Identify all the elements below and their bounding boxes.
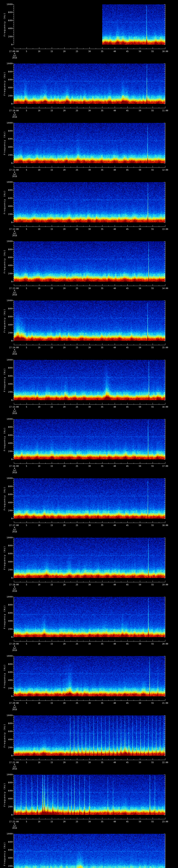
frequency-tick-label: 400 <box>0 561 13 563</box>
frequency-tick-label: 200 <box>0 95 13 97</box>
frequency-tick-label: 0 <box>0 754 13 757</box>
x-axis-minute-label: 25 <box>76 169 78 171</box>
x-axis-minute-label: 40 <box>114 169 116 171</box>
frequency-tick-label: 0 <box>0 340 13 342</box>
x-axis-minute-label: 40 <box>114 820 116 823</box>
x-axis-minute-label: 45 <box>126 702 129 704</box>
x-axis-minute-label: 25 <box>76 465 78 467</box>
spectrogram-stack: Frequency (Hz) 10008006004002000 17:09:0… <box>0 0 178 868</box>
frequency-axis-title: Frequency (Hz) <box>3 783 6 807</box>
x-axis-start-time-label: 17:11:00 <box>9 169 19 171</box>
x-axis-minute-label: 25 <box>76 761 78 764</box>
frequency-tick-label: 400 <box>0 620 13 622</box>
x-axis-minute-label: 10 <box>38 820 40 823</box>
frequency-axis-title: Frequency (Hz) <box>3 72 6 96</box>
frequency-tick-label: 800 <box>0 426 13 428</box>
x-axis-minute-label: 55 <box>151 643 154 645</box>
frequency-tick-label: 800 <box>0 70 13 73</box>
frequency-tick-label: 600 <box>0 197 13 199</box>
x-axis-minute-label: 45 <box>126 465 129 467</box>
x-axis-end-time-label: 17:00 <box>162 465 168 467</box>
x-axis-minute-label: 35 <box>101 524 103 527</box>
frequency-tick-label: 200 <box>0 35 13 38</box>
date-year-label: 2016 <box>12 530 17 533</box>
x-axis-minute-label: 40 <box>114 524 116 527</box>
x-axis-minute-label: 20 <box>63 287 65 289</box>
frequency-tick-label: 800 <box>0 722 13 724</box>
x-axis-minute-label: 20 <box>63 761 65 764</box>
spectrogram-panel-8: Frequency (Hz) 10008006004002000 17:16:0… <box>0 415 178 474</box>
x-axis-minute-label: 10 <box>38 169 40 171</box>
date-year-label: 2016 <box>12 708 17 711</box>
x-axis-minute-label: 5 <box>26 702 27 704</box>
x-axis-minute-label: 35 <box>101 702 103 704</box>
x-axis-start-time-label: 17:18:00 <box>9 584 19 586</box>
x-axis-minute-label: 5 <box>26 228 27 230</box>
frequency-tick-label: 800 <box>0 841 13 843</box>
frequency-tick-label: 0 <box>0 458 13 461</box>
x-axis-end-time-label: 15:00 <box>162 346 168 349</box>
x-axis-minute-label: 15 <box>51 346 53 349</box>
x-axis-minute-label: 30 <box>88 524 91 527</box>
x-axis-minute-label: 40 <box>114 761 116 764</box>
x-axis-minute-label: 20 <box>63 346 65 349</box>
x-axis-minute-label: 20 <box>63 524 65 527</box>
x-axis-minute-label: 55 <box>151 761 154 764</box>
x-axis-minute-label: 5 <box>26 169 27 171</box>
frequency-tick-label: 400 <box>0 501 13 504</box>
x-axis-minute-label: 25 <box>76 287 78 289</box>
x-axis-minute-label: 50 <box>139 228 141 230</box>
frequency-axis-title: Frequency (Hz) <box>3 249 6 273</box>
x-axis-minute-label: 5 <box>26 643 27 645</box>
x-axis-minute-label: 15 <box>51 820 53 823</box>
frequency-tick-label: 200 <box>0 687 13 689</box>
x-axis-minute-label: 25 <box>76 346 78 349</box>
date-year-label: 2016 <box>12 353 17 355</box>
x-axis-minute-label: 50 <box>139 346 141 349</box>
x-axis-start-time-label: 17:20:00 <box>9 702 19 704</box>
spectrogram-panel-3: Frequency (Hz) 10008006004002000 17:11:0… <box>0 119 178 178</box>
x-axis-end-time-label: 20:00 <box>162 643 168 645</box>
x-axis-minute-label: 45 <box>126 169 129 171</box>
x-axis-minute-label: 15 <box>51 761 53 764</box>
x-axis-end-time-label: 16:00 <box>162 406 168 408</box>
frequency-axis-title: Frequency (Hz) <box>3 309 6 333</box>
x-axis-minute-label: 5 <box>26 820 27 823</box>
x-axis-minute-label: 30 <box>88 643 91 645</box>
x-axis-minute-label: 25 <box>76 643 78 645</box>
date-year-label: 2016 <box>12 412 17 414</box>
x-axis-minute-label: 15 <box>51 702 53 704</box>
frequency-tick-label: 800 <box>0 485 13 488</box>
frequency-tick-label: 1000 <box>0 359 13 361</box>
spectrogram-canvas <box>0 830 178 868</box>
x-axis-minute-label: 50 <box>139 761 141 764</box>
x-axis-minute-label: 40 <box>114 465 116 467</box>
x-axis-minute-label: 30 <box>88 228 91 230</box>
x-axis-minute-label: 45 <box>126 761 129 764</box>
x-axis-minute-label: 20 <box>63 702 65 704</box>
frequency-tick-label: 600 <box>0 79 13 81</box>
x-axis-minute-label: 5 <box>26 761 27 764</box>
frequency-axis-title: Frequency (Hz) <box>3 131 6 155</box>
x-axis-minute-label: 55 <box>151 287 154 289</box>
spectrogram-panel-12: Frequency (Hz) 10008006004002000 17:20:0… <box>0 652 178 711</box>
x-axis-end-time-label: 12:00 <box>162 169 168 171</box>
x-axis-minute-label: 55 <box>151 346 154 349</box>
frequency-tick-label: 1000 <box>0 596 13 598</box>
frequency-tick-label: 800 <box>0 11 13 13</box>
x-axis-minute-label: 35 <box>101 287 103 289</box>
frequency-axis-title: Frequency (Hz) <box>3 605 6 629</box>
date-year-label: 2016 <box>12 768 17 770</box>
x-axis-start-time-label: 17:14:00 <box>9 346 19 349</box>
x-axis-minute-label: 55 <box>151 702 154 704</box>
spectrogram-panel-15: Frequency (Hz) 10008006004002000 17:23:0… <box>0 830 178 868</box>
x-axis-minute-label: 40 <box>114 228 116 230</box>
frequency-tick-label: 800 <box>0 781 13 784</box>
x-axis-minute-label: 10 <box>38 346 40 349</box>
x-axis-end-time-label: 23:00 <box>162 820 168 823</box>
x-axis-minute-label: 10 <box>38 110 40 112</box>
x-axis-minute-label: 30 <box>88 50 91 53</box>
x-axis-minute-label: 30 <box>88 169 91 171</box>
x-axis-start-time-label: 17:10:00 <box>9 110 19 112</box>
frequency-tick-label: 400 <box>0 264 13 267</box>
